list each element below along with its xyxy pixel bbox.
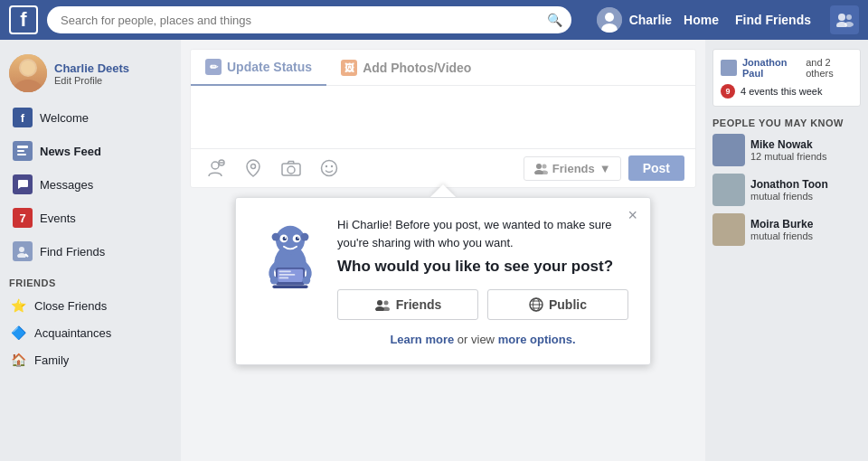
acquaintances-label: Acquaintances — [34, 326, 111, 340]
svg-point-46 — [302, 277, 310, 285]
messages-icon — [13, 174, 33, 194]
jonathon-info: Jonathon Toon mutual friends — [750, 178, 828, 202]
more-options-link[interactable]: more options. — [498, 333, 576, 346]
close-friends-label: Close Friends — [34, 299, 107, 313]
acquaintances-icon: 🔷 — [9, 324, 27, 342]
sidebar-item-messages[interactable]: Messages — [4, 168, 177, 201]
sidebar-item-acquaintances[interactable]: 🔷 Acquaintances — [0, 319, 181, 346]
friends-audience-button[interactable]: Friends — [337, 289, 478, 320]
facebook-logo[interactable]: f — [9, 5, 38, 34]
svg-point-13 — [19, 247, 24, 252]
svg-point-5 — [846, 14, 852, 20]
svg-rect-44 — [272, 285, 307, 288]
right-sidebar: Jonathon Paul and 2 others 9 4 events th… — [705, 40, 868, 461]
home-link[interactable]: Home — [679, 13, 723, 27]
user-info: Charlie Deets Edit Profile — [54, 61, 129, 86]
main-layout: Charlie Deets Edit Profile f Welcome New… — [0, 40, 868, 461]
user-avatar-sidebar — [9, 54, 47, 92]
sidebar-item-find-friends-label: Find Friends — [40, 245, 105, 259]
svg-rect-10 — [17, 146, 28, 148]
svg-rect-12 — [17, 154, 26, 155]
privacy-popup: × — [235, 197, 651, 365]
find-friends-link[interactable]: Find Friends — [731, 13, 816, 27]
news-feed-icon — [13, 141, 33, 161]
search-input[interactable] — [47, 6, 571, 33]
event-person-name: Jonathon Paul — [742, 57, 800, 79]
top-navigation: f 🔍 Charlie Home Find Friends — [0, 0, 868, 40]
svg-point-30 — [276, 226, 305, 255]
popup-footer-or: or view — [454, 333, 497, 346]
svg-point-35 — [285, 237, 287, 239]
topnav-right: Charlie Home Find Friends — [597, 5, 859, 34]
sidebar-item-events[interactable]: 7 Events — [4, 202, 177, 234]
svg-point-37 — [272, 233, 280, 241]
event-person-others: and 2 others — [806, 57, 853, 79]
popup-footer: Learn more or view more options. — [337, 333, 628, 346]
user-profile-sidebar[interactable]: Charlie Deets Edit Profile — [0, 49, 181, 98]
svg-point-34 — [296, 237, 299, 240]
topnav-username[interactable]: Charlie — [629, 13, 672, 27]
friends-section-title: FRIENDS — [0, 268, 181, 292]
search-bar: 🔍 — [47, 6, 571, 33]
public-audience-button[interactable]: Public — [487, 289, 628, 320]
welcome-icon: f — [13, 108, 33, 127]
event-person-avatar — [721, 60, 737, 76]
friends-button-label: Friends — [396, 297, 442, 312]
person-row-moira: Moira Burke mutual friends — [712, 213, 861, 246]
events-icon: 7 — [13, 208, 33, 228]
sidebar-item-close-friends[interactable]: ⭐ Close Friends — [0, 292, 181, 319]
svg-point-14 — [17, 253, 26, 258]
svg-rect-11 — [17, 150, 24, 152]
jonathon-avatar — [712, 174, 745, 206]
learn-more-link[interactable]: Learn more — [390, 333, 454, 346]
popup-buttons: Friends Public — [337, 289, 628, 320]
popup-title: Who would you like to see your post? — [337, 257, 628, 277]
person-row-mike: Mike Nowak 12 mutual friends — [712, 134, 861, 166]
family-label: Family — [34, 353, 69, 367]
friend-requests-icon[interactable] — [830, 5, 859, 34]
edit-profile-link[interactable]: Edit Profile — [54, 75, 129, 86]
moira-mutual: mutual friends — [750, 230, 813, 241]
user-avatar-nav[interactable] — [597, 7, 622, 33]
search-icon: 🔍 — [547, 13, 562, 27]
svg-point-49 — [383, 301, 388, 306]
event-person-row: Jonathon Paul and 2 others — [721, 57, 853, 79]
find-friends-icon — [13, 241, 33, 261]
sidebar-user-name: Charlie Deets — [54, 61, 129, 75]
popup-mascot — [258, 216, 323, 291]
event-count-label: 4 events this week — [741, 86, 823, 97]
popup-body: Hi Charlie! Before you post, we wanted t… — [258, 216, 628, 346]
svg-point-1 — [605, 13, 614, 22]
person-row-jonathon: Jonathon Toon mutual friends — [712, 174, 861, 206]
svg-point-36 — [297, 237, 299, 239]
sidebar-item-news-feed[interactable]: News Feed — [4, 135, 177, 167]
events-card: Jonathon Paul and 2 others 9 4 events th… — [712, 49, 861, 107]
mike-mutual: 12 mutual friends — [750, 151, 826, 162]
svg-point-9 — [21, 61, 35, 75]
moira-avatar — [712, 213, 745, 246]
close-friends-icon: ⭐ — [9, 296, 27, 315]
moira-info: Moira Burke mutual friends — [750, 218, 813, 241]
svg-point-38 — [301, 233, 309, 241]
sidebar-item-messages-label: Messages — [40, 178, 93, 192]
moira-name: Moira Burke — [750, 218, 813, 230]
sidebar-item-welcome[interactable]: f Welcome — [4, 101, 177, 134]
popup-subtitle: Hi Charlie! Before you post, we wanted t… — [337, 216, 628, 251]
svg-rect-43 — [279, 278, 289, 279]
svg-point-3 — [838, 14, 845, 21]
popup-close-button[interactable]: × — [627, 207, 637, 223]
mike-info: Mike Nowak 12 mutual friends — [750, 138, 826, 162]
sidebar-item-find-friends[interactable]: Find Friends — [4, 235, 177, 268]
svg-point-50 — [382, 307, 390, 312]
sidebar-item-events-label: Events — [40, 212, 76, 225]
public-button-label: Public — [549, 297, 587, 312]
left-sidebar: Charlie Deets Edit Profile f Welcome New… — [0, 40, 181, 461]
sidebar-item-family[interactable]: 🏠 Family — [0, 346, 181, 373]
svg-point-8 — [14, 80, 42, 92]
event-count-row: 9 4 events this week — [721, 84, 853, 99]
svg-rect-41 — [279, 270, 291, 272]
main-content: ✏ Update Status 🖼 Add Photos/Video — [181, 40, 705, 461]
svg-point-33 — [283, 237, 287, 240]
family-icon: 🏠 — [9, 351, 27, 369]
svg-rect-42 — [279, 274, 296, 276]
